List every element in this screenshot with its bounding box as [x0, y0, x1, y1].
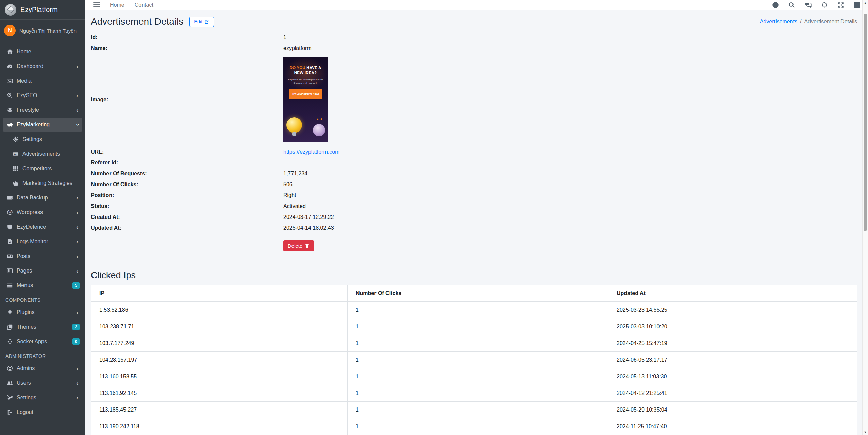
user-name: Nguyễn Thị Thanh Tuyền — [19, 28, 77, 34]
field-value-position: Right — [283, 192, 296, 199]
sidebar-item-logs-monitor[interactable]: Logs Monitor ‹ — [3, 235, 82, 248]
menus-count-badge: 5 — [72, 282, 80, 289]
user-panel[interactable]: N Nguyễn Thị Thanh Tuyền — [0, 20, 85, 42]
log-file-icon — [5, 239, 14, 245]
brand-name: EzyPlatform — [20, 6, 58, 14]
sidebar-item-themes[interactable]: Themes 2 — [3, 320, 82, 334]
clicked-ips-title: Clicked Ips — [91, 270, 857, 281]
chevron-left-icon: ‹ — [76, 395, 80, 401]
sidebar-item-logout[interactable]: Logout — [3, 405, 82, 419]
tools-icon — [5, 395, 14, 401]
ad-banner-cta-button: Try EzyPlatform Now! — [289, 89, 322, 99]
sidebar-item-wordpress[interactable]: W Wordpress ‹ — [3, 206, 82, 219]
breadcrumb-advertisements-link[interactable]: Advertisements — [760, 19, 797, 24]
chevron-left-icon: ‹ — [76, 254, 80, 259]
table-row: 113.190.242.11812024-11-25 10:47:40 — [91, 418, 857, 435]
edit-button[interactable]: Edit — [189, 17, 214, 27]
field-label-position: Position: — [91, 192, 283, 199]
vertical-scrollbar[interactable]: ▲ ▼ — [862, 0, 868, 435]
sidebar-item-competitors[interactable]: Competitors — [3, 162, 82, 175]
sidebar-header-components: COMPONENTS — [3, 293, 82, 306]
table-row: 1.53.52.18612025-03-23 14:55:25 — [91, 302, 857, 318]
sidebar-item-socket-apps[interactable]: Socket Apps 0 — [3, 335, 82, 348]
sidebar-item-settings[interactable]: Settings ‹ — [3, 391, 82, 404]
sleeping-bulb-icon — [313, 124, 325, 136]
field-value-created-at: 2024-03-17 12:29:22 — [283, 214, 334, 221]
sidebar-item-posts[interactable]: Posts ‹ — [3, 249, 82, 263]
themes-icon — [5, 324, 14, 330]
sidebar-item-dashboard[interactable]: Dashboard ‹ — [3, 59, 82, 73]
section-divider — [91, 267, 857, 267]
sidebar-item-freestyle[interactable]: Freestyle ‹ — [3, 103, 82, 117]
grid-icon — [11, 166, 20, 172]
field-label-image: Image: — [91, 96, 283, 103]
app-window: EzyPlatform N Nguyễn Thị Thanh Tuyền Hom… — [0, 0, 868, 435]
columns-icon — [5, 268, 14, 274]
sidebar-item-marketing-settings[interactable]: Settings — [3, 133, 82, 146]
bars-icon — [5, 282, 14, 289]
newspaper-icon — [5, 253, 14, 259]
table-row: 113.161.92.14512024-04-12 21:25:41 — [91, 385, 857, 402]
expand-icon[interactable] — [837, 2, 844, 8]
sidebar-item-marketing-strategies[interactable]: Marketing Strategies — [3, 176, 82, 190]
globe-icon[interactable] — [772, 2, 779, 8]
field-label-id: Id: — [91, 34, 283, 41]
sidebar-item-ezymarketing[interactable]: EzyMarketing ‹ — [3, 118, 82, 132]
field-label-name: Name: — [91, 45, 283, 52]
comments-icon[interactable] — [805, 2, 812, 8]
table-row: 104.28.157.19712024-06-05 23:17:17 — [91, 352, 857, 368]
sidebar-item-admins[interactable]: Admins ‹ — [3, 362, 82, 375]
chevron-left-icon: ‹ — [76, 380, 80, 386]
chevron-left-icon: ‹ — [76, 93, 80, 99]
gauge-icon — [5, 63, 14, 69]
field-label-referer-id: Referer Id: — [91, 159, 283, 166]
hamburger-menu-icon[interactable] — [93, 2, 100, 7]
breadcrumb-current: Advertisement Details — [804, 19, 857, 24]
field-label-url: URL: — [91, 149, 283, 155]
scroll-down-arrow-icon[interactable]: ▼ — [863, 429, 868, 435]
navbar-link-contact[interactable]: Contact — [130, 2, 158, 8]
brand[interactable]: EzyPlatform — [0, 0, 85, 20]
wordpress-icon: W — [5, 209, 14, 215]
advertisement-banner-image[interactable]: DO YOU HAVE A NEW IDEA? EzyPlatform will… — [283, 57, 328, 142]
sidebar: EzyPlatform N Nguyễn Thị Thanh Tuyền Hom… — [0, 0, 85, 435]
top-navbar: Home Contact — [85, 0, 868, 10]
sidebar-nav: Home Dashboard ‹ Media EzySEO ‹ Freestyl… — [0, 42, 85, 435]
search-icon[interactable] — [788, 2, 795, 8]
crown-icon — [11, 180, 20, 186]
sidebar-item-pages[interactable]: Pages ‹ — [3, 264, 82, 278]
sidebar-item-advertisements[interactable]: Ad Advertisements — [3, 147, 82, 161]
table-row: 103.7.177.24912024-04-25 15:47:19 — [91, 335, 857, 352]
chevron-left-icon: ‹ — [76, 366, 80, 371]
advertisement-details: Id:1 Name:ezyplatform Image: DO YOU HAVE… — [91, 34, 857, 251]
ad-banner-accent-text: DO YOU — [289, 66, 305, 70]
page-title: Advertisement Details — [91, 16, 183, 27]
delete-button[interactable]: Delete — [283, 240, 314, 251]
sidebar-item-home[interactable]: Home — [3, 45, 82, 58]
svg-text:Ad: Ad — [14, 153, 17, 156]
sidebar-item-media[interactable]: Media — [3, 74, 82, 88]
svg-text:W: W — [8, 211, 11, 214]
sidebar-item-data-backup[interactable]: Data Backup ‹ — [3, 191, 82, 205]
field-label-status: Status: — [91, 203, 283, 210]
chevron-left-icon: ‹ — [76, 224, 80, 230]
users-icon — [5, 380, 14, 386]
sidebar-item-ezyseo[interactable]: EzySEO ‹ — [3, 89, 82, 102]
chevron-down-icon: ‹ — [74, 124, 80, 126]
field-value-name: ezyplatform — [283, 45, 312, 52]
scrollbar-thumb[interactable] — [864, 14, 867, 231]
sidebar-item-menus[interactable]: Menus 5 — [3, 279, 82, 292]
scroll-up-arrow-icon[interactable]: ▲ — [863, 0, 868, 6]
navbar-icons — [772, 2, 861, 8]
bell-icon[interactable] — [821, 2, 828, 8]
sidebar-item-ezydefence[interactable]: EzyDefence ‹ — [3, 220, 82, 234]
grid-apps-icon[interactable] — [854, 2, 861, 8]
table-header-row: IP Number Of Clicks Updated At — [91, 285, 857, 302]
advertisement-url-link[interactable]: https://ezyplatform.com — [283, 149, 339, 155]
navbar-link-home[interactable]: Home — [105, 2, 130, 8]
home-icon — [5, 49, 14, 55]
field-value-updated-at: 2025-04-14 18:02:43 — [283, 225, 334, 231]
sidebar-item-plugins[interactable]: Plugins ‹ — [3, 306, 82, 319]
sidebar-item-users[interactable]: Users ‹ — [3, 376, 82, 390]
hdd-icon — [5, 195, 14, 201]
